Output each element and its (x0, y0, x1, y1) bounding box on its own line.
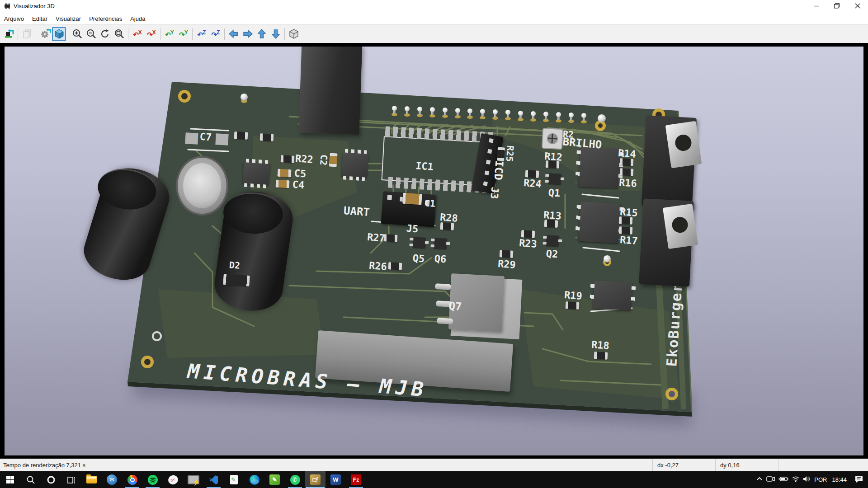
3d-cube-mode-button[interactable] (52, 27, 66, 41)
sot23-transistor (546, 235, 559, 246)
pin-ball (556, 112, 561, 117)
chip-resistor (620, 158, 634, 166)
restore-button[interactable] (826, 0, 847, 12)
greenshot-button[interactable]: ✎ (264, 471, 285, 488)
kicad-3d-viewer-taskbar-button[interactable] (305, 471, 326, 488)
rotate-z-ccw-button[interactable]: ↶Z (194, 27, 208, 41)
zoom-in-button[interactable] (70, 27, 84, 41)
zoom-out-button[interactable] (84, 27, 98, 41)
chip-resistor (546, 160, 560, 169)
chip-capacitor (329, 153, 337, 167)
vscode-button[interactable] (203, 471, 224, 488)
smd-components (5, 47, 863, 455)
chip-capacitor (402, 193, 422, 205)
sot23-transistor (548, 173, 561, 184)
whatsapp-button[interactable]: ✆ (285, 471, 305, 488)
chip-resistor (281, 155, 295, 163)
chip-resistor (440, 222, 454, 230)
chip-resistor (521, 230, 535, 238)
rotate-z-cw-button[interactable]: ↷Z (208, 27, 222, 41)
render-time-text: Tempo de renderização 7,321 s (0, 462, 652, 469)
pin-ball (467, 108, 472, 113)
filezilla-button[interactable]: Fz (346, 471, 366, 488)
chip-resistor (500, 250, 514, 258)
rotate-y-cw-button[interactable]: ↷Y (176, 27, 190, 41)
mail-button[interactable]: ✉ (102, 471, 122, 488)
snipping-tool-button[interactable]: ✂ (163, 471, 183, 488)
battery-icon[interactable] (778, 476, 788, 484)
chip-resistor (234, 131, 248, 140)
task-view-button[interactable] (61, 471, 81, 488)
file-explorer-button[interactable] (81, 471, 102, 488)
chip-resistor (544, 220, 558, 228)
chip-resistor (619, 216, 633, 225)
menu-arquivo[interactable]: Arquivo (0, 13, 28, 24)
title-bar: Visualizador 3D (0, 0, 868, 12)
redraw-view-button[interactable] (98, 27, 112, 41)
pin-ball (480, 109, 485, 114)
menu-editar[interactable]: Editar (28, 13, 52, 24)
3d-scene[interactable]: C7R22C2C5C4IC1UARTC1J5R28R27Q5Q6R26R29IC… (5, 47, 863, 455)
chip-resistor (497, 147, 505, 161)
pan-left-button[interactable] (226, 27, 241, 41)
status-bar: Tempo de renderização 7,321 s dx -0,27 d… (0, 459, 868, 471)
orthographic-view-button[interactable] (287, 27, 301, 41)
minimize-button[interactable] (806, 0, 826, 12)
start-button[interactable] (0, 471, 20, 488)
kicad-3d-viewer-window: Visualizador 3D Arquivo Editar Visualiza… (0, 0, 868, 488)
meet-now-icon[interactable] (766, 475, 775, 484)
clock[interactable]: 18:44 (832, 476, 847, 483)
status-dy: dy 0,16 (715, 459, 778, 471)
system-tray: POR 18:44 (756, 471, 868, 488)
chip-resistor (566, 301, 580, 310)
pan-down-button[interactable] (269, 27, 283, 41)
close-button[interactable] (847, 0, 868, 12)
chip-resistor (525, 170, 539, 178)
chip-resistor (619, 226, 633, 235)
rotate-x-cw-button[interactable]: ↷X (144, 27, 158, 41)
settings-gear-button[interactable] (38, 27, 52, 41)
wifi-icon[interactable] (792, 476, 800, 484)
3d-viewport[interactable]: C7R22C2C5C4IC1UARTC1J5R28R27Q5Q6R26R29IC… (0, 43, 868, 459)
toolbar: ↶X ↷X ↶Y ↷Y ↶Z ↷Z (0, 24, 868, 43)
menu-visualizar[interactable]: Visualizar (52, 13, 85, 24)
language-indicator[interactable]: POR (814, 476, 827, 483)
notepad-button[interactable]: ✎ (224, 471, 244, 488)
pin-ball (505, 110, 510, 115)
pin-ball (569, 113, 574, 117)
menu-ajuda[interactable]: Ajuda (126, 13, 149, 24)
pan-right-button[interactable] (241, 27, 255, 41)
chip-resistor (260, 133, 274, 141)
pin-ball (543, 112, 548, 117)
status-empty-cell (778, 459, 868, 471)
word-button[interactable]: W (326, 471, 346, 488)
app-chip-icon (4, 2, 11, 9)
taskbar: ✉ ✂ ⚡ ✎ (0, 471, 868, 488)
pin-ball (581, 113, 586, 118)
copy-image-button[interactable] (20, 27, 34, 41)
tray-chevron-up-icon[interactable] (756, 475, 763, 484)
volume-icon[interactable] (803, 476, 811, 484)
reload-board-button[interactable] (2, 27, 16, 41)
rotate-x-ccw-button[interactable]: ↶X (130, 27, 144, 41)
menu-bar: Arquivo Editar Visualizar Preferências A… (0, 12, 868, 24)
pin-ball (430, 107, 435, 112)
chip-resistor (620, 168, 634, 176)
chrome-button[interactable] (122, 471, 142, 488)
remote-desktop-button[interactable]: ⚡ (183, 471, 203, 488)
zoom-fit-button[interactable] (112, 27, 126, 41)
status-dx: dx -0,27 (652, 459, 715, 471)
pin-ball (392, 106, 397, 111)
window-title: Visualizador 3D (14, 3, 55, 9)
pan-up-button[interactable] (255, 27, 269, 41)
edge-button[interactable] (244, 471, 264, 488)
pin-ball (455, 108, 460, 113)
search-button[interactable] (20, 471, 41, 488)
pin-ball (518, 111, 523, 116)
spotify-button[interactable] (142, 471, 163, 488)
rotate-y-ccw-button[interactable]: ↶Y (162, 27, 176, 41)
menu-preferencias[interactable]: Preferências (85, 13, 126, 24)
pin-ball (405, 106, 410, 111)
cortana-button[interactable] (41, 471, 61, 488)
notification-center-icon[interactable] (854, 475, 863, 485)
